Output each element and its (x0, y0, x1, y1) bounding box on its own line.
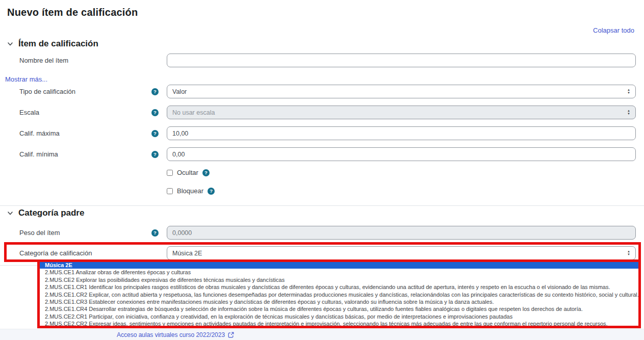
help-icon[interactable]: ? (202, 169, 210, 176)
select-arrows-icon: ▲▼ (627, 110, 630, 115)
scale-value: No usar escala (172, 109, 215, 116)
item-name-label: Nombre del ítem (19, 57, 151, 64)
grade-min-label: Calif. mínima (19, 150, 151, 158)
grade-category-label: Categoría de calificación (19, 249, 151, 257)
divider-stub (0, 265, 37, 266)
dropdown-option[interactable]: 2.MUS.CE2 Explorar las posibilidades exp… (40, 276, 641, 283)
footer-link-label: Acceso aulas virtuales curso 2022/2023 (117, 331, 225, 338)
locked-checkbox-row: Bloquear ? (167, 187, 215, 195)
item-name-input[interactable] (167, 54, 636, 67)
form-row-grade-min: Calif. mínima ? (19, 147, 636, 161)
dropdown-option[interactable]: 2.MUS.CE2.CR1 Participar, con iniciativa… (40, 313, 641, 320)
form-row-item-name: Nombre del ítem (19, 54, 636, 67)
grade-category-value: Música 2E (172, 250, 202, 257)
hidden-label: Ocultar (177, 169, 198, 176)
form-row-item-weight: Peso del ítem ? (19, 226, 636, 240)
footer-bar: Acceso aulas virtuales curso 2022/2023 (0, 329, 644, 340)
select-arrows-icon: ▲▼ (627, 89, 630, 94)
external-link-icon (228, 332, 234, 338)
grade-type-value: Valor (172, 88, 187, 95)
section-title: Categoría padre (18, 208, 84, 218)
grade-category-dropdown: Música 2E 2.MUS.CE1 Analizar obras de di… (40, 261, 641, 328)
footer-virtual-classrooms-link[interactable]: Acceso aulas virtuales curso 2022/2023 (117, 331, 234, 338)
dropdown-option[interactable]: 2.MUS.CE2.CR2 Expresar ideas, sentimient… (40, 320, 641, 327)
help-icon[interactable]: ? (151, 130, 159, 137)
form-row-grade-max: Calif. máxima ? (19, 126, 636, 140)
grade-max-input[interactable] (167, 126, 636, 140)
grade-type-label: Tipo de calificación (19, 88, 151, 95)
section-title: Ítem de calificación (18, 39, 98, 49)
help-icon[interactable]: ? (151, 88, 159, 95)
hidden-checkbox[interactable] (167, 170, 173, 176)
dropdown-option[interactable]: Música 2E (40, 261, 641, 269)
item-weight-input (167, 226, 636, 240)
dropdown-option[interactable]: 2.MUS.CE1.CR1 Identificar los principale… (40, 283, 641, 291)
chevron-down-icon (7, 210, 13, 216)
item-weight-label: Peso del ítem (19, 229, 151, 237)
dropdown-option[interactable]: 2.MUS.CE1.CR3 Establecer conexiones entr… (40, 298, 641, 305)
dropdown-option[interactable]: 2.MUS.CE1.CR2 Explicar, con actitud abie… (40, 291, 641, 298)
grade-type-select[interactable]: Valor ▲▼ (167, 85, 636, 98)
form-row-grade-category: Categoría de calificación Música 2E ▲▼ (19, 246, 636, 260)
collapse-all-link[interactable]: Colapsar todo (593, 27, 634, 34)
section-header-grade-item[interactable]: Ítem de calificación (7, 39, 98, 49)
page-title: Nuevo ítem de calificación (7, 7, 138, 18)
help-icon[interactable]: ? (208, 188, 215, 195)
dropdown-option[interactable]: 2.MUS.CE1.CR4 Desarrollar estrategias de… (40, 305, 641, 312)
grade-min-input[interactable] (167, 147, 636, 161)
grade-category-select[interactable]: Música 2E ▲▼ (167, 246, 636, 260)
locked-checkbox[interactable] (167, 188, 173, 194)
scale-label: Escala (19, 109, 151, 116)
help-icon[interactable]: ? (151, 151, 159, 158)
help-icon[interactable]: ? (151, 229, 159, 237)
section-divider (0, 205, 644, 206)
form-row-scale: Escala ? No usar escala ▲▼ (19, 106, 636, 119)
show-more-link[interactable]: Mostrar más... (5, 75, 47, 83)
scale-select: No usar escala ▲▼ (167, 106, 636, 119)
hidden-checkbox-row: Ocultar ? (167, 169, 210, 176)
dropdown-option[interactable]: 2.MUS.CE1 Analizar obras de diferentes é… (40, 269, 641, 276)
section-header-parent-category[interactable]: Categoría padre (7, 208, 84, 218)
grade-max-label: Calif. máxima (19, 129, 151, 137)
select-arrows-icon: ▲▼ (627, 250, 630, 256)
help-icon[interactable]: ? (151, 109, 159, 116)
locked-label: Bloquear (177, 187, 203, 195)
chevron-down-icon (7, 41, 13, 47)
form-row-grade-type: Tipo de calificación ? Valor ▲▼ (19, 85, 636, 98)
